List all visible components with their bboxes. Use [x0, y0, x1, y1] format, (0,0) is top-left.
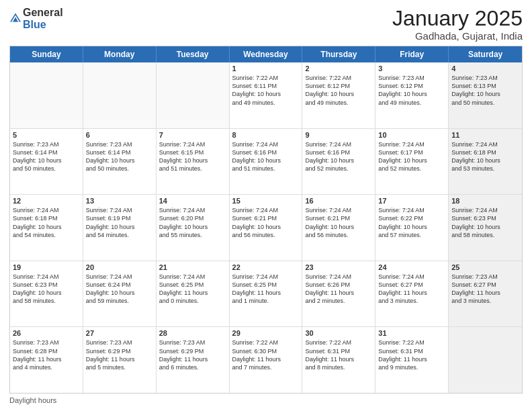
calendar-empty-cell	[449, 327, 522, 393]
cell-info: Sunrise: 7:23 AM Sunset: 6:14 PM Dayligh…	[86, 140, 153, 173]
cell-info: Sunrise: 7:23 AM Sunset: 6:13 PM Dayligh…	[451, 74, 519, 107]
cell-info: Sunrise: 7:24 AM Sunset: 6:27 PM Dayligh…	[378, 273, 445, 306]
day-number: 17	[378, 197, 445, 205]
day-number: 30	[305, 329, 372, 337]
day-number: 22	[232, 263, 300, 271]
logo-blue-text: Blue	[23, 19, 46, 30]
calendar-day-17: 17Sunrise: 7:24 AM Sunset: 6:22 PM Dayli…	[375, 195, 449, 261]
day-number: 21	[159, 263, 226, 271]
footer-note: Daylight hours	[9, 396, 523, 404]
weekday-header-wednesday: Wednesday	[230, 46, 303, 62]
day-number: 13	[86, 197, 153, 205]
calendar-empty-cell	[10, 62, 83, 128]
calendar-day-2: 2Sunrise: 7:22 AM Sunset: 6:12 PM Daylig…	[302, 62, 375, 128]
calendar-day-29: 29Sunrise: 7:22 AM Sunset: 6:30 PM Dayli…	[230, 327, 303, 393]
day-number: 3	[378, 64, 445, 73]
day-number: 10	[378, 131, 445, 139]
logo-general-text: General	[23, 7, 63, 18]
calendar-day-14: 14Sunrise: 7:24 AM Sunset: 6:20 PM Dayli…	[157, 195, 230, 261]
cell-info: Sunrise: 7:23 AM Sunset: 6:12 PM Dayligh…	[378, 74, 445, 107]
day-number: 11	[451, 131, 519, 139]
cell-info: Sunrise: 7:24 AM Sunset: 6:15 PM Dayligh…	[159, 140, 226, 173]
cell-info: Sunrise: 7:23 AM Sunset: 6:28 PM Dayligh…	[13, 338, 80, 371]
calendar-day-13: 13Sunrise: 7:24 AM Sunset: 6:19 PM Dayli…	[83, 195, 157, 261]
day-number: 15	[232, 197, 300, 205]
calendar-day-31: 31Sunrise: 7:22 AM Sunset: 6:31 PM Dayli…	[375, 327, 449, 393]
calendar-day-1: 1Sunrise: 7:22 AM Sunset: 6:11 PM Daylig…	[230, 62, 303, 128]
weekday-header-thursday: Thursday	[302, 46, 375, 62]
day-number: 20	[86, 263, 153, 271]
weekday-header-friday: Friday	[375, 46, 449, 62]
day-number: 29	[232, 329, 300, 337]
calendar-day-23: 23Sunrise: 7:24 AM Sunset: 6:26 PM Dayli…	[302, 261, 375, 327]
cell-info: Sunrise: 7:24 AM Sunset: 6:22 PM Dayligh…	[378, 206, 445, 239]
calendar-row-1: 1Sunrise: 7:22 AM Sunset: 6:11 PM Daylig…	[10, 62, 522, 129]
cell-info: Sunrise: 7:24 AM Sunset: 6:16 PM Dayligh…	[232, 140, 300, 173]
calendar-day-30: 30Sunrise: 7:22 AM Sunset: 6:31 PM Dayli…	[302, 327, 375, 393]
day-number: 28	[159, 329, 226, 337]
calendar-day-16: 16Sunrise: 7:24 AM Sunset: 6:21 PM Dayli…	[302, 195, 375, 261]
calendar-empty-cell	[83, 62, 157, 128]
day-number: 18	[451, 197, 519, 205]
cell-info: Sunrise: 7:24 AM Sunset: 6:20 PM Dayligh…	[159, 206, 226, 239]
month-title: January 2025	[392, 7, 523, 30]
cell-info: Sunrise: 7:24 AM Sunset: 6:21 PM Dayligh…	[232, 206, 300, 239]
day-number: 8	[232, 131, 300, 139]
cell-info: Sunrise: 7:23 AM Sunset: 6:29 PM Dayligh…	[86, 338, 153, 371]
calendar-day-3: 3Sunrise: 7:23 AM Sunset: 6:12 PM Daylig…	[375, 62, 449, 128]
cell-info: Sunrise: 7:24 AM Sunset: 6:17 PM Dayligh…	[378, 140, 445, 173]
cell-info: Sunrise: 7:23 AM Sunset: 6:27 PM Dayligh…	[451, 273, 519, 306]
day-number: 24	[378, 263, 445, 271]
day-number: 14	[159, 197, 226, 205]
cell-info: Sunrise: 7:22 AM Sunset: 6:30 PM Dayligh…	[232, 338, 300, 371]
cell-info: Sunrise: 7:22 AM Sunset: 6:31 PM Dayligh…	[378, 338, 445, 371]
day-number: 31	[378, 329, 445, 337]
calendar-day-5: 5Sunrise: 7:23 AM Sunset: 6:14 PM Daylig…	[10, 129, 83, 195]
day-number: 5	[13, 131, 80, 139]
logo: General Blue	[9, 7, 63, 31]
cell-info: Sunrise: 7:24 AM Sunset: 6:16 PM Dayligh…	[305, 140, 372, 173]
calendar-day-12: 12Sunrise: 7:24 AM Sunset: 6:18 PM Dayli…	[10, 195, 83, 261]
cell-info: Sunrise: 7:24 AM Sunset: 6:18 PM Dayligh…	[13, 206, 80, 239]
day-number: 16	[305, 197, 372, 205]
calendar-day-8: 8Sunrise: 7:24 AM Sunset: 6:16 PM Daylig…	[230, 129, 303, 195]
weekday-header-sunday: Sunday	[10, 46, 83, 62]
cell-info: Sunrise: 7:24 AM Sunset: 6:25 PM Dayligh…	[159, 273, 226, 306]
cell-info: Sunrise: 7:22 AM Sunset: 6:12 PM Dayligh…	[305, 74, 372, 107]
weekday-header-monday: Monday	[83, 46, 157, 62]
calendar-day-25: 25Sunrise: 7:23 AM Sunset: 6:27 PM Dayli…	[449, 261, 522, 327]
calendar-day-21: 21Sunrise: 7:24 AM Sunset: 6:25 PM Dayli…	[157, 261, 230, 327]
cell-info: Sunrise: 7:24 AM Sunset: 6:21 PM Dayligh…	[305, 206, 372, 239]
cell-info: Sunrise: 7:23 AM Sunset: 6:29 PM Dayligh…	[159, 338, 226, 371]
cell-info: Sunrise: 7:22 AM Sunset: 6:11 PM Dayligh…	[232, 74, 300, 107]
cell-info: Sunrise: 7:24 AM Sunset: 6:23 PM Dayligh…	[13, 273, 80, 306]
calendar-day-26: 26Sunrise: 7:23 AM Sunset: 6:28 PM Dayli…	[10, 327, 83, 393]
logo-icon	[9, 11, 21, 24]
cell-info: Sunrise: 7:24 AM Sunset: 6:18 PM Dayligh…	[451, 140, 519, 173]
day-number: 6	[86, 131, 153, 139]
day-number: 9	[305, 131, 372, 139]
cell-info: Sunrise: 7:23 AM Sunset: 6:14 PM Dayligh…	[13, 140, 80, 173]
calendar-day-20: 20Sunrise: 7:24 AM Sunset: 6:24 PM Dayli…	[83, 261, 157, 327]
calendar-day-10: 10Sunrise: 7:24 AM Sunset: 6:17 PM Dayli…	[375, 129, 449, 195]
day-number: 7	[159, 131, 226, 139]
calendar-header: SundayMondayTuesdayWednesdayThursdayFrid…	[10, 46, 522, 62]
day-number: 12	[13, 197, 80, 205]
day-number: 25	[451, 263, 519, 271]
page-header: General Blue January 2025 Gadhada, Gujar…	[9, 7, 523, 42]
cell-info: Sunrise: 7:24 AM Sunset: 6:24 PM Dayligh…	[86, 273, 153, 306]
calendar-day-22: 22Sunrise: 7:24 AM Sunset: 6:25 PM Dayli…	[230, 261, 303, 327]
calendar-day-9: 9Sunrise: 7:24 AM Sunset: 6:16 PM Daylig…	[302, 129, 375, 195]
cell-info: Sunrise: 7:22 AM Sunset: 6:31 PM Dayligh…	[305, 338, 372, 371]
calendar-day-19: 19Sunrise: 7:24 AM Sunset: 6:23 PM Dayli…	[10, 261, 83, 327]
calendar-day-15: 15Sunrise: 7:24 AM Sunset: 6:21 PM Dayli…	[230, 195, 303, 261]
cell-info: Sunrise: 7:24 AM Sunset: 6:25 PM Dayligh…	[232, 273, 300, 306]
cell-info: Sunrise: 7:24 AM Sunset: 6:26 PM Dayligh…	[305, 273, 372, 306]
calendar-empty-cell	[157, 62, 230, 128]
calendar-day-4: 4Sunrise: 7:23 AM Sunset: 6:13 PM Daylig…	[449, 62, 522, 128]
calendar-day-27: 27Sunrise: 7:23 AM Sunset: 6:29 PM Dayli…	[83, 327, 157, 393]
day-number: 19	[13, 263, 80, 271]
calendar-row-2: 5Sunrise: 7:23 AM Sunset: 6:14 PM Daylig…	[10, 129, 522, 195]
location-subtitle: Gadhada, Gujarat, India	[392, 30, 523, 42]
calendar-row-5: 26Sunrise: 7:23 AM Sunset: 6:28 PM Dayli…	[10, 327, 522, 393]
